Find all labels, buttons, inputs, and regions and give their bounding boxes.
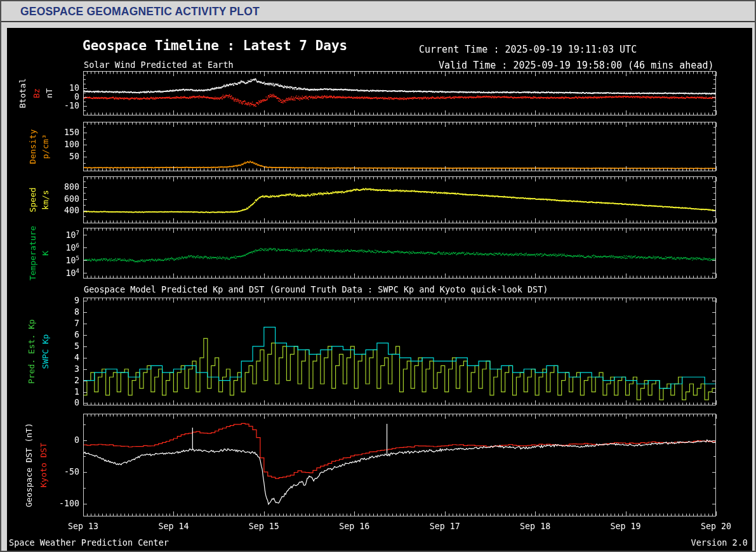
footer-credit: Space Weather Prediction Center	[9, 537, 169, 548]
geospace-plot: 100-10BtotalBznT15010050Densityp/cm³8006…	[7, 28, 752, 551]
kp-dst-subtitle: Geospace Model Predicted Kp and DST (Gro…	[84, 284, 548, 294]
page-title: GEOSPACE GEOMAGNETIC ACTIVITY PLOT	[20, 5, 260, 18]
footer-version: Version 2.0	[691, 537, 748, 548]
header-divider	[1, 21, 755, 22]
valid-time-label: Valid Time : 2025-09-19 19:58:00 (46 min…	[439, 60, 713, 71]
plot-title: Geospace Timeline : Latest 7 Days	[83, 38, 347, 53]
current-time-label: Current Time : 2025-09-19 19:11:03 UTC	[419, 44, 637, 55]
geospace-activity-page: GEOSPACE GEOMAGNETIC ACTIVITY PLOT 100-1…	[0, 0, 756, 552]
solar-wind-subtitle: Solar Wind Predicted at Earth	[84, 60, 234, 70]
